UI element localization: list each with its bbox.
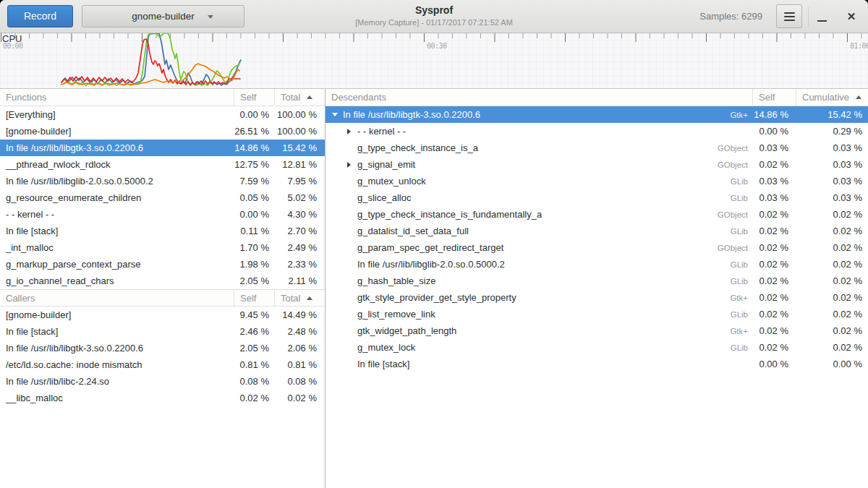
tree-row[interactable]: g_type_check_instance_is_aGObject0.03 %0… (326, 140, 868, 156)
tree-row[interactable]: g_param_spec_get_redirect_targetGObject0… (326, 239, 868, 256)
column-header-functions[interactable]: Functions (0, 89, 234, 106)
row-total-value: 12.81 % (274, 159, 325, 170)
row-self-value: 26.51 % (234, 126, 274, 137)
row-total-value: 14.49 % (274, 309, 325, 320)
tree-row[interactable]: In file /usr/lib/libglib-2.0.so.0.5000.2… (326, 256, 868, 273)
row-total-value: 5.02 % (274, 192, 325, 203)
column-header-self[interactable]: Self (752, 89, 796, 106)
table-row[interactable]: In file /usr/lib/libglib-2.0.so.0.5000.2… (0, 173, 325, 189)
table-row[interactable]: g_markup_parse_context_parse1.98 %2.33 % (0, 256, 325, 273)
tree-row[interactable]: g_mutex_unlockGLib0.03 %0.03 % (326, 173, 868, 189)
titlebar-separator (808, 7, 809, 26)
table-row[interactable]: /etc/ld.so.cache: inode mismatch0.81 %0.… (0, 356, 325, 373)
column-header-self[interactable]: Self (234, 89, 274, 106)
time-axis-label: 00:00 (3, 42, 23, 50)
row-function-name: In file [stack] (0, 226, 234, 236)
row-function-name: In file /usr/lib/libgtk-3.so.0.2200.6 (340, 109, 480, 120)
row-self-value: 0.02 % (752, 209, 796, 220)
tree-row[interactable]: g_list_remove_linkGLib0.02 %0.02 % (326, 306, 868, 322)
row-cumulative-value: 0.02 % (796, 275, 868, 286)
library-badge: GLib (731, 227, 752, 236)
row-cumulative-value: 15.42 % (796, 109, 868, 120)
cpu-graph[interactable]: CPU 00:0000:3001:00 (0, 33, 868, 89)
tree-row[interactable]: gtk_widget_path_lengthGtk+0.02 %0.02 % (326, 322, 868, 339)
table-row[interactable]: __pthread_rwlock_rdlock12.75 %12.81 % (0, 156, 325, 173)
row-self-value: 0.02 % (752, 275, 796, 286)
row-total-value: 15.42 % (274, 142, 325, 153)
minimize-button[interactable] (814, 4, 831, 28)
tree-row[interactable]: g_signal_emitGObject0.02 %0.03 % (326, 156, 868, 173)
expander-collapsed-icon[interactable] (344, 129, 354, 134)
expander-expanded-icon[interactable] (329, 113, 340, 116)
tree-row[interactable]: g_mutex_lockGLib0.02 %0.02 % (326, 339, 868, 356)
expander-collapsed-icon[interactable] (344, 162, 354, 168)
callers-header-row: Callers Self Total (0, 289, 325, 307)
record-button[interactable]: Record (7, 5, 73, 27)
time-axis-label: 00:30 (427, 42, 447, 50)
menu-button[interactable] (776, 4, 802, 28)
window-titlebar[interactable]: Record gnome-builder Sysprof [Memory Cap… (0, 0, 868, 33)
row-cumulative-value: 0.03 % (796, 176, 868, 187)
close-button[interactable]: ✕ (842, 4, 861, 28)
row-self-value: 0.00 % (752, 359, 796, 369)
table-row[interactable]: In file [stack]0.11 %2.70 % (0, 223, 325, 239)
column-header-callers[interactable]: Callers (0, 290, 234, 306)
functions-list: [Everything]0.00 %100.00 %[gnome-builder… (0, 106, 325, 289)
row-function-name: /etc/ld.so.cache: inode mismatch (0, 359, 234, 370)
row-function-name: g_hash_table_size (354, 275, 435, 286)
row-name-cell: In file /usr/lib/libglib-2.0.so.0.5000.2 (326, 259, 731, 270)
tree-row[interactable]: g_hash_table_sizeGLib0.02 %0.02 % (326, 273, 868, 289)
tree-row[interactable]: g_datalist_id_set_data_fullGLib0.02 %0.0… (326, 223, 868, 239)
row-self-value: 2.05 % (234, 343, 274, 354)
library-badge: Gtk+ (730, 294, 752, 302)
library-badge: GLib (731, 277, 752, 286)
column-header-cumulative[interactable]: Cumulative (796, 89, 868, 106)
table-row[interactable]: - - kernel - -0.00 %4.30 % (0, 206, 325, 223)
column-header-total[interactable]: Total (274, 89, 325, 106)
row-self-value: 1.70 % (234, 242, 274, 253)
row-name-cell: g_param_spec_get_redirect_target (326, 242, 718, 253)
row-function-name: g_slice_alloc (354, 192, 411, 203)
row-cumulative-value: 0.02 % (796, 226, 868, 236)
tree-row[interactable]: g_slice_allocGLib0.03 %0.03 % (326, 189, 868, 206)
table-row[interactable]: In file /usr/lib/libgtk-3.so.0.2200.62.0… (0, 340, 325, 356)
table-row[interactable]: [gnome-builder]9.45 %14.49 % (0, 307, 325, 323)
window-subtitle: [Memory Capture] - 01/17/2017 07:21:52 A… (217, 18, 651, 27)
table-row[interactable]: g_resource_enumerate_children0.05 %5.02 … (0, 189, 325, 206)
table-row[interactable]: In file /usr/lib/libc-2.24.so0.08 %0.08 … (0, 373, 325, 390)
table-row[interactable]: [Everything]0.00 %100.00 % (0, 106, 325, 123)
tree-row[interactable]: gtk_style_provider_get_style_propertyGtk… (326, 289, 868, 306)
tree-row[interactable]: - - kernel - -0.00 %0.29 % (326, 123, 868, 140)
row-name-cell: g_hash_table_size (326, 275, 731, 286)
tree-row[interactable]: In file [stack]0.00 %0.00 % (326, 356, 868, 372)
row-self-value: 0.02 % (752, 226, 796, 236)
row-function-name: g_markup_parse_context_parse (0, 259, 234, 270)
table-row[interactable]: [gnome-builder]26.51 %100.00 % (0, 123, 325, 140)
table-row[interactable]: In file /usr/lib/libgtk-3.so.0.2200.614.… (0, 140, 325, 156)
tree-row[interactable]: In file /usr/lib/libgtk-3.so.0.2200.6Gtk… (326, 106, 868, 123)
column-header-total[interactable]: Total (274, 290, 325, 306)
row-self-value: 0.81 % (234, 359, 274, 370)
row-function-name: In file [stack] (354, 359, 409, 369)
tree-row[interactable]: g_type_check_instance_is_fundamentally_a… (326, 206, 868, 223)
row-name-cell: g_list_remove_link (326, 309, 731, 320)
row-self-value: 0.02 % (752, 309, 796, 320)
column-header-descendants[interactable]: Descendants (326, 89, 752, 106)
row-name-cell: g_type_check_instance_is_a (326, 142, 718, 153)
row-function-name: [gnome-builder] (0, 309, 234, 320)
row-function-name: [gnome-builder] (0, 126, 234, 137)
table-row[interactable]: In file [stack]2.46 %2.48 % (0, 323, 325, 340)
row-self-value: 2.46 % (234, 326, 274, 337)
sort-ascending-icon (307, 296, 312, 300)
table-row[interactable]: __libc_malloc0.02 %0.02 % (0, 390, 325, 406)
library-badge: GLib (731, 310, 752, 319)
row-self-value: 0.02 % (752, 325, 796, 336)
table-row[interactable]: _int_malloc1.70 %2.49 % (0, 239, 325, 256)
row-function-name: In file /usr/lib/libc-2.24.so (0, 376, 234, 387)
titlebar-title-block: Sysprof [Memory Capture] - 01/17/2017 07… (217, 4, 651, 27)
row-function-name: g_type_check_instance_is_a (354, 142, 478, 153)
table-row[interactable]: g_io_channel_read_chars2.05 %2.11 % (0, 273, 325, 289)
row-self-value: 0.03 % (752, 142, 796, 153)
column-header-self[interactable]: Self (234, 290, 274, 306)
row-self-value: 0.02 % (752, 292, 796, 303)
